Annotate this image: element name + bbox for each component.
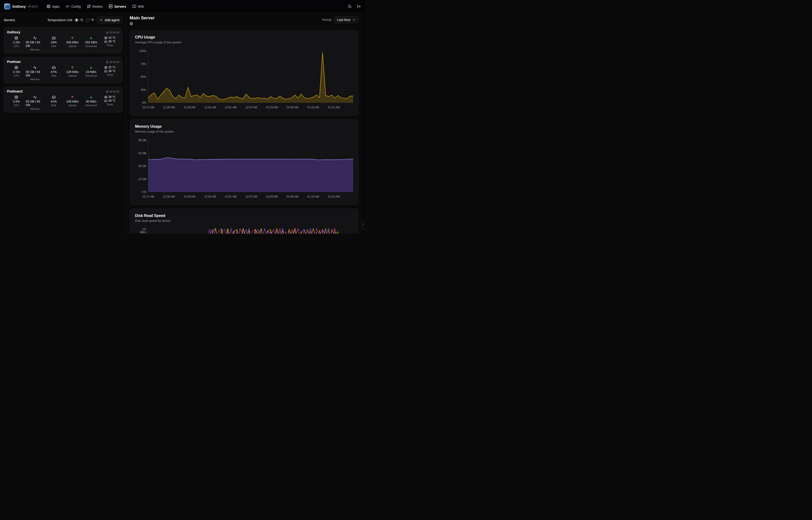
top-navbar: GoDoxy v0.18.0 Apps Config Routes Server… [0, 0, 365, 13]
nav-item-apps[interactable]: Apps [47, 4, 60, 8]
cpu-usage-chart[interactable]: 100%75%50%25%0%12:17 AM12:26 AM12:35 AM1… [130, 50, 358, 111]
celsius-option[interactable]: °C [75, 18, 83, 22]
globe-icon[interactable] [130, 22, 133, 25]
fahrenheit-option[interactable]: °F [86, 18, 94, 22]
fahrenheit-radio[interactable] [86, 19, 89, 22]
stat-upload: 106 KB/s Upload [63, 95, 82, 110]
cpu-icon [15, 36, 18, 40]
stat-label: Disk [51, 104, 56, 107]
svg-text:12:41 AM: 12:41 AM [204, 195, 216, 198]
stat-download: 30 KB/s Download [82, 95, 100, 110]
activity-icon [33, 36, 37, 40]
stat-memory: 35 GB / 63 GB Memory [26, 95, 44, 110]
chart-title: Memory Usage [130, 124, 358, 129]
disk-read-speed-chart[interactable]: 1/2MB/s [130, 228, 358, 234]
memory-usage-chart[interactable]: 56 GB42 GB28 GB14 GB0 B12:17 AM12:26 AM1… [130, 139, 358, 200]
svg-text:12:51 AM: 12:51 AM [225, 195, 237, 198]
cpu-usage-card: CPU Usage Average CPU usage of the syste… [130, 30, 359, 116]
sidebar-title: Servers [4, 18, 15, 22]
chevron-down-icon [352, 18, 356, 21]
svg-text:01:03 AM: 01:03 AM [266, 106, 278, 109]
stat-value: 335 KB/s [66, 41, 79, 44]
logout-icon[interactable] [357, 4, 361, 8]
nav-actions [348, 4, 361, 8]
celsius-label: °C [80, 18, 83, 22]
hard-drive-icon [104, 99, 107, 102]
stat-value: 232 KB/s [85, 41, 97, 44]
cpu-icon [15, 95, 18, 99]
temp-cpu-value: 32 °C [109, 36, 115, 40]
svg-text:0 B: 0 B [142, 190, 146, 193]
server-icon [109, 4, 113, 8]
period-label: Period [322, 18, 331, 22]
period-select[interactable]: Last hour [334, 16, 359, 23]
add-agent-button[interactable]: Add agent [96, 17, 122, 24]
main-nav: Apps Config Routes Servers Wiki [47, 4, 144, 8]
svg-text:12:51 AM: 12:51 AM [225, 106, 237, 109]
stat-value: 23 KB/s [86, 70, 96, 74]
arrow-up-icon [71, 36, 74, 40]
plus-icon [100, 19, 103, 22]
svg-text:75%: 75% [141, 62, 146, 66]
nav-item-config[interactable]: Config [66, 4, 81, 8]
main-header: Main Server Period Last hour [130, 16, 359, 27]
stat-label: Temp [107, 44, 113, 47]
cpu-icon [15, 66, 18, 70]
server-name: Podman2 [7, 89, 23, 93]
activity-icon [33, 66, 37, 70]
svg-text:12:41 AM: 12:41 AM [204, 106, 216, 109]
svg-text:01:15 AM: 01:15 AM [307, 106, 319, 109]
brand-name: GoDoxy [12, 4, 26, 8]
stat-value: 47% [51, 70, 57, 74]
stat-value: 35 GB / 63 GB [26, 100, 44, 107]
hard-drive-icon [104, 70, 107, 73]
book-icon [132, 4, 136, 8]
hard-drive-icon [52, 36, 56, 40]
nav-item-routes[interactable]: Routes [87, 4, 103, 8]
hard-drive-icon [52, 95, 56, 99]
stat-label: Temp [107, 73, 113, 76]
server-timestamp: @ 16:16:24 [106, 60, 119, 63]
chart-title: Disk Read Speed [130, 214, 358, 218]
moon-icon[interactable] [348, 4, 352, 8]
arrow-up-icon [71, 66, 74, 70]
nav-label: Apps [52, 5, 60, 8]
stat-label: Disk [51, 74, 56, 77]
chevron-left-icon [362, 223, 365, 226]
stat-label: Download [85, 104, 97, 107]
celsius-radio[interactable] [75, 19, 78, 22]
svg-text:56 GB: 56 GB [138, 139, 146, 142]
sidebar-header: Servers Temperature Unit °C °F Add agent [0, 13, 126, 26]
scrollbar-track[interactable] [362, 13, 365, 234]
hard-drive-icon [52, 66, 56, 70]
nav-label: Routes [92, 5, 103, 8]
stat-label: CPU [14, 74, 19, 77]
server-card-podman[interactable]: Podman @ 16:16:24 2.1% CPU 35 GB / 63 GB… [4, 57, 122, 83]
period-control: Period Last hour [322, 16, 359, 23]
stat-value: 129 KB/s [66, 70, 79, 74]
stat-disk: 47% Disk [45, 66, 63, 81]
svg-text:14 GB: 14 GB [138, 178, 146, 181]
godoxy-logo [4, 3, 10, 9]
add-agent-label: Add agent [105, 18, 119, 22]
stat-value: 35 GB / 63 GB [26, 41, 44, 48]
cpu-icon [104, 96, 107, 99]
activity-icon [33, 95, 37, 99]
server-list: GoDoxy @ 16:16:24 2.2% CPU 35 GB / 63 GB… [0, 27, 126, 112]
stat-cpu: 2.1% CPU [7, 66, 26, 81]
disk-read-speed-card: Disk Read Speed Disk read speed by devic… [130, 209, 359, 234]
server-stats: 2.5% CPU 35 GB / 63 GB Memory 41% Disk 1… [7, 95, 119, 110]
stat-label: Temp [107, 103, 113, 106]
temp-disk-value: 38 °C [109, 70, 115, 73]
stat-label: Upload [68, 104, 77, 107]
server-card-podman2[interactable]: Podman2 @ 16:16:24 2.5% CPU 35 GB / 63 G… [4, 86, 122, 112]
collapse-handle[interactable] [361, 219, 365, 230]
stat-temp: 32 °C 38 °C Temp [101, 66, 119, 81]
grid-icon [47, 4, 51, 8]
nav-item-wiki[interactable]: Wiki [132, 4, 144, 8]
nav-item-servers[interactable]: Servers [109, 4, 126, 8]
page-title: Main Server [130, 16, 155, 21]
server-card-godoxy[interactable]: GoDoxy @ 16:16:24 2.2% CPU 35 GB / 63 GB… [4, 27, 122, 53]
arrow-up-icon [71, 95, 74, 99]
stat-label: Download [85, 45, 97, 48]
